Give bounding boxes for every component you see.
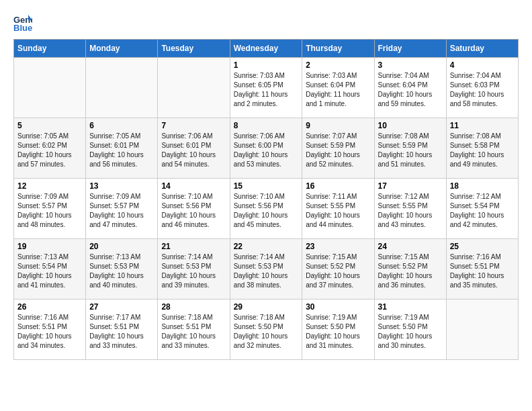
calendar-week-row: 26Sunrise: 7:16 AMSunset: 5:51 PMDayligh… <box>14 300 519 360</box>
day-number: 19 <box>17 242 82 251</box>
sunrise-text: Sunrise: 7:08 AM <box>450 132 501 140</box>
calendar-cell: 4Sunrise: 7:04 AMSunset: 6:03 PMDaylight… <box>446 58 518 118</box>
day-info: Sunrise: 7:06 AMSunset: 6:01 PMDaylight:… <box>161 132 226 169</box>
day-info: Sunrise: 7:08 AMSunset: 5:59 PMDaylight:… <box>378 132 443 169</box>
sunrise-text: Sunrise: 7:05 AM <box>17 132 69 140</box>
calendar-cell: 14Sunrise: 7:10 AMSunset: 5:56 PMDayligh… <box>158 179 230 239</box>
calendar-cell: 7Sunrise: 7:06 AMSunset: 6:01 PMDaylight… <box>158 118 230 179</box>
calendar-cell: 31Sunrise: 7:19 AMSunset: 5:50 PMDayligh… <box>374 300 446 360</box>
sunrise-text: Sunrise: 7:13 AM <box>17 253 69 261</box>
day-number: 31 <box>378 302 443 312</box>
sunset-text: Sunset: 5:51 PM <box>161 323 211 330</box>
day-number: 4 <box>450 60 515 70</box>
daylight-text: Daylight: 10 hours and 33 minutes. <box>89 332 144 349</box>
day-number: 21 <box>161 242 226 251</box>
sunrise-text: Sunrise: 7:15 AM <box>378 253 429 261</box>
day-info: Sunrise: 7:10 AMSunset: 5:56 PMDaylight:… <box>161 192 226 230</box>
calendar-week-row: 19Sunrise: 7:13 AMSunset: 5:54 PMDayligh… <box>14 239 519 300</box>
calendar-week-row: 1Sunrise: 7:03 AMSunset: 6:05 PMDaylight… <box>14 58 519 118</box>
calendar-cell: 30Sunrise: 7:19 AMSunset: 5:50 PMDayligh… <box>302 300 374 360</box>
sunrise-text: Sunrise: 7:15 AM <box>306 253 357 261</box>
day-number: 22 <box>234 242 299 251</box>
sunrise-text: Sunrise: 7:18 AM <box>161 314 212 321</box>
day-number: 9 <box>306 121 370 130</box>
sunrise-text: Sunrise: 7:14 AM <box>161 253 212 261</box>
day-info: Sunrise: 7:12 AMSunset: 5:55 PMDaylight:… <box>378 192 443 230</box>
calendar-cell: 11Sunrise: 7:08 AMSunset: 5:58 PMDayligh… <box>446 118 518 179</box>
sunrise-text: Sunrise: 7:13 AM <box>89 253 140 261</box>
calendar-header-friday: Friday <box>374 40 446 58</box>
day-number: 5 <box>17 121 82 130</box>
calendar-cell: 19Sunrise: 7:13 AMSunset: 5:54 PMDayligh… <box>14 239 86 300</box>
day-number: 11 <box>450 121 515 130</box>
calendar-cell: 17Sunrise: 7:12 AMSunset: 5:55 PMDayligh… <box>374 179 446 239</box>
day-number: 2 <box>306 60 370 70</box>
sunset-text: Sunset: 5:51 PM <box>17 323 67 330</box>
day-info: Sunrise: 7:19 AMSunset: 5:50 PMDaylight:… <box>306 313 370 351</box>
sunrise-text: Sunrise: 7:19 AM <box>306 314 357 321</box>
day-number: 1 <box>234 60 299 70</box>
calendar-cell: 20Sunrise: 7:13 AMSunset: 5:53 PMDayligh… <box>86 239 158 300</box>
day-info: Sunrise: 7:15 AMSunset: 5:52 PMDaylight:… <box>306 253 370 290</box>
sunset-text: Sunset: 6:01 PM <box>161 142 211 149</box>
daylight-text: Daylight: 10 hours and 57 minutes. <box>17 151 72 168</box>
calendar-cell: 23Sunrise: 7:15 AMSunset: 5:52 PMDayligh… <box>302 239 374 300</box>
sunrise-text: Sunrise: 7:06 AM <box>234 132 285 140</box>
sunset-text: Sunset: 6:04 PM <box>378 81 428 89</box>
calendar-cell: 25Sunrise: 7:16 AMSunset: 5:51 PMDayligh… <box>446 239 518 300</box>
sunrise-text: Sunrise: 7:08 AM <box>378 132 429 140</box>
calendar-cell: 3Sunrise: 7:04 AMSunset: 6:04 PMDaylight… <box>374 58 446 118</box>
day-number: 12 <box>17 181 82 191</box>
calendar-cell: 15Sunrise: 7:10 AMSunset: 5:56 PMDayligh… <box>230 179 302 239</box>
day-number: 7 <box>161 121 226 130</box>
day-info: Sunrise: 7:03 AMSunset: 6:05 PMDaylight:… <box>234 71 299 109</box>
day-info: Sunrise: 7:10 AMSunset: 5:56 PMDaylight:… <box>234 192 299 230</box>
day-info: Sunrise: 7:14 AMSunset: 5:53 PMDaylight:… <box>234 253 299 290</box>
daylight-text: Daylight: 10 hours and 53 minutes. <box>234 151 288 168</box>
daylight-text: Daylight: 11 hours and 1 minute. <box>306 91 360 107</box>
day-info: Sunrise: 7:19 AMSunset: 5:50 PMDaylight:… <box>378 313 443 351</box>
sunrise-text: Sunrise: 7:12 AM <box>450 193 501 200</box>
daylight-text: Daylight: 10 hours and 54 minutes. <box>161 151 216 168</box>
day-number: 23 <box>306 242 370 251</box>
sunset-text: Sunset: 5:50 PM <box>234 323 283 330</box>
day-info: Sunrise: 7:09 AMSunset: 5:57 PMDaylight:… <box>17 192 82 230</box>
daylight-text: Daylight: 10 hours and 33 minutes. <box>161 332 216 349</box>
sunrise-text: Sunrise: 7:10 AM <box>234 193 285 200</box>
daylight-text: Daylight: 10 hours and 35 minutes. <box>450 272 504 289</box>
sunrise-text: Sunrise: 7:19 AM <box>378 314 429 321</box>
sunset-text: Sunset: 6:03 PM <box>450 81 500 89</box>
svg-text:Blue: Blue <box>13 23 32 32</box>
sunset-text: Sunset: 5:57 PM <box>17 202 67 210</box>
day-info: Sunrise: 7:16 AMSunset: 5:51 PMDaylight:… <box>17 313 82 351</box>
daylight-text: Daylight: 10 hours and 56 minutes. <box>89 151 144 168</box>
sunrise-text: Sunrise: 7:12 AM <box>378 193 429 200</box>
day-info: Sunrise: 7:15 AMSunset: 5:52 PMDaylight:… <box>378 253 443 290</box>
calendar-cell: 28Sunrise: 7:18 AMSunset: 5:51 PMDayligh… <box>158 300 230 360</box>
calendar-header-tuesday: Tuesday <box>158 40 230 58</box>
sunset-text: Sunset: 5:56 PM <box>161 202 211 210</box>
calendar-cell <box>446 300 518 360</box>
calendar-header-saturday: Saturday <box>446 40 518 58</box>
daylight-text: Daylight: 10 hours and 36 minutes. <box>378 272 433 289</box>
daylight-text: Daylight: 10 hours and 43 minutes. <box>378 212 433 228</box>
day-number: 13 <box>89 181 154 191</box>
calendar-cell: 1Sunrise: 7:03 AMSunset: 6:05 PMDaylight… <box>230 58 302 118</box>
day-number: 14 <box>161 181 226 191</box>
sunset-text: Sunset: 5:52 PM <box>306 263 355 270</box>
daylight-text: Daylight: 11 hours and 2 minutes. <box>234 91 288 107</box>
calendar-cell <box>14 58 86 118</box>
sunrise-text: Sunrise: 7:10 AM <box>161 193 212 200</box>
sunrise-text: Sunrise: 7:18 AM <box>234 314 285 321</box>
day-number: 26 <box>17 302 82 312</box>
sunset-text: Sunset: 6:05 PM <box>234 81 283 89</box>
day-info: Sunrise: 7:08 AMSunset: 5:58 PMDaylight:… <box>450 132 515 169</box>
calendar-body: 1Sunrise: 7:03 AMSunset: 6:05 PMDaylight… <box>14 58 519 360</box>
calendar-cell <box>158 58 230 118</box>
day-number: 20 <box>89 242 154 251</box>
sunset-text: Sunset: 5:51 PM <box>450 263 500 270</box>
daylight-text: Daylight: 10 hours and 41 minutes. <box>17 272 72 289</box>
daylight-text: Daylight: 10 hours and 34 minutes. <box>17 332 72 349</box>
calendar-header-wednesday: Wednesday <box>230 40 302 58</box>
sunset-text: Sunset: 5:59 PM <box>378 142 428 149</box>
